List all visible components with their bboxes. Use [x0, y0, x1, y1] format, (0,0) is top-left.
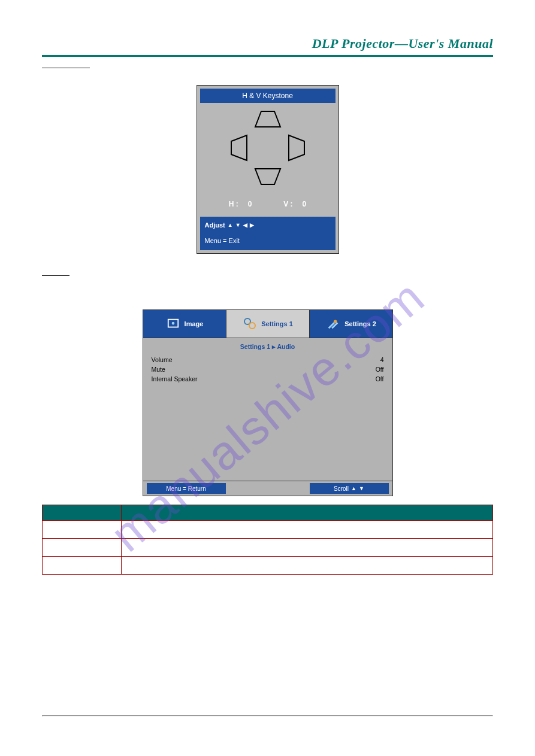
- osd-body: Settings 1 ▸ Audio Volume 4 Mute Off Int…: [143, 338, 392, 481]
- osd-footer: Menu = Return Scroll ▲ ▼: [143, 481, 392, 496]
- keystone-h-label: H :: [229, 200, 238, 208]
- osd-scroll-button[interactable]: Scroll ▲ ▼: [310, 483, 389, 494]
- keystone-h-value: 0: [248, 200, 252, 208]
- svg-marker-0: [255, 111, 280, 127]
- triangle-right-icon: ▶: [250, 223, 254, 228]
- keystone-up-icon[interactable]: [253, 109, 283, 129]
- header-rule: [42, 55, 493, 57]
- osd-row-value: Off: [376, 366, 384, 373]
- audio-parameter-table: [42, 505, 493, 575]
- gears-icon: [242, 316, 258, 332]
- svg-marker-3: [255, 169, 280, 184]
- table-row: [43, 539, 493, 557]
- tab-label: Settings 2: [344, 320, 376, 327]
- triangle-left-icon: ◀: [243, 223, 247, 228]
- osd-row-internal-speaker[interactable]: Internal Speaker Off: [152, 374, 384, 384]
- table-row: [43, 521, 493, 539]
- svg-point-5: [171, 322, 174, 325]
- keystone-v-label: V :: [283, 200, 292, 208]
- table-header-row: [43, 505, 493, 521]
- image-icon: [165, 316, 181, 332]
- footer-rule: [42, 715, 493, 716]
- keystone-body: H : 0 V : 0: [200, 103, 335, 212]
- section-heading-keystone: [42, 68, 90, 68]
- osd-dialog: Image Settings 1 Settings 2 Settings 1 ▸…: [143, 309, 393, 496]
- keystone-values: H : 0 V : 0: [202, 200, 333, 208]
- osd-return-label: Menu = Return: [166, 485, 205, 492]
- keystone-v-value: 0: [303, 200, 307, 208]
- tab-image[interactable]: Image: [143, 310, 226, 338]
- triangle-up-icon: ▲: [351, 486, 356, 491]
- page-title: DLP Projector—User's Manual: [42, 36, 493, 51]
- keystone-title: H & V Keystone: [200, 89, 335, 103]
- osd-row-label: Internal Speaker: [152, 375, 198, 382]
- svg-marker-2: [289, 135, 304, 160]
- keystone-down-icon[interactable]: [253, 166, 283, 187]
- table-header-description: [122, 505, 493, 521]
- svg-marker-1: [231, 135, 247, 160]
- tab-label: Settings 1: [261, 320, 293, 327]
- tab-settings-2[interactable]: Settings 2: [309, 310, 392, 338]
- osd-tabs: Image Settings 1 Settings 2: [143, 310, 392, 338]
- section-heading-audio: [42, 275, 69, 276]
- tab-label: Image: [185, 320, 204, 327]
- keystone-footer: Adjust ▲ ▼ ◀ ▶ Menu = Exit: [200, 217, 335, 250]
- osd-row-volume[interactable]: Volume 4: [152, 355, 384, 365]
- table-header-item: [43, 505, 122, 521]
- keystone-right-icon[interactable]: [286, 133, 307, 163]
- triangle-down-icon: ▼: [235, 223, 241, 228]
- osd-row-label: Volume: [152, 356, 173, 363]
- triangle-up-icon: ▲: [228, 223, 233, 228]
- triangle-down-icon: ▼: [359, 486, 364, 491]
- tools-icon: [325, 316, 341, 332]
- tab-settings-1[interactable]: Settings 1: [226, 310, 309, 338]
- osd-row-value: Off: [376, 375, 384, 382]
- keystone-left-icon[interactable]: [229, 133, 249, 163]
- keystone-adjust-label: Adjust: [205, 221, 225, 229]
- svg-point-8: [334, 320, 337, 324]
- manual-page: manualshive.com DLP Projector—User's Man…: [0, 0, 535, 756]
- osd-footer-spacer: [229, 481, 306, 496]
- svg-point-7: [249, 323, 255, 329]
- osd-row-mute[interactable]: Mute Off: [152, 365, 384, 374]
- osd-row-value: 4: [380, 356, 384, 363]
- osd-scroll-label: Scroll: [334, 485, 349, 492]
- osd-return-button[interactable]: Menu = Return: [147, 483, 226, 494]
- keystone-dialog: H & V Keystone H : 0 V : 0: [197, 85, 339, 254]
- table-row: [43, 557, 493, 575]
- osd-breadcrumb: Settings 1 ▸ Audio: [152, 342, 384, 355]
- osd-row-label: Mute: [152, 366, 165, 373]
- keystone-exit-label: Menu = Exit: [205, 237, 331, 244]
